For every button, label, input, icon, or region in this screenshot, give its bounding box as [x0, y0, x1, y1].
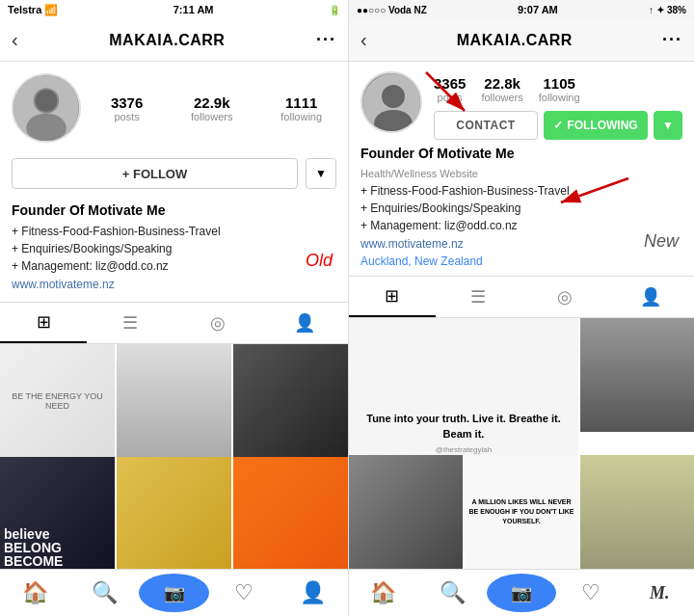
- back-icon[interactable]: ‹: [12, 29, 18, 51]
- right-bottom-profile-m[interactable]: M.: [625, 570, 694, 616]
- grid-cell-2[interactable]: [117, 344, 231, 459]
- bottom-search[interactable]: 🔍: [69, 570, 139, 616]
- right-bottom-heart[interactable]: ♡: [556, 570, 626, 616]
- checkmark-icon: ✓: [553, 119, 563, 132]
- svg-point-2: [26, 114, 67, 143]
- left-carrier: Telstra 📶: [8, 4, 58, 16]
- right-bio-link[interactable]: www.motivateme.nz: [360, 237, 464, 251]
- right-profile-top: 3365 posts 22.8k followers 1105 followin…: [349, 62, 694, 140]
- right-status-bar: ●●○○○ Voda NZ 9:07 AM ↑ ✦ 38%: [349, 0, 694, 19]
- left-stats-row: 3376 posts 22.9k followers 1111 followin…: [96, 94, 336, 122]
- right-photo-grid: Tune into your truth. Live it. Breathe i…: [349, 318, 694, 569]
- grid-cell-4[interactable]: believeBELONGBECOME: [0, 457, 115, 569]
- right-posts-stat[interactable]: 3365 posts: [434, 75, 466, 103]
- right-tab-list[interactable]: ☰: [436, 277, 522, 317]
- left-bio-line2: + Enquiries/Bookings/Speaking: [12, 240, 336, 257]
- right-back-icon[interactable]: ‹: [360, 29, 367, 51]
- new-annotation: New: [644, 231, 679, 252]
- carrier-text: Telstra: [8, 4, 41, 15]
- battery-icon: 🔋: [329, 5, 340, 15]
- left-photo-grid: BE THE ENERGY YOU NEED believeBELONGBECO…: [0, 344, 348, 570]
- right-carrier: ●●○○○ Voda NZ: [357, 5, 427, 15]
- follow-button[interactable]: + FOLLOW: [12, 158, 298, 189]
- bottom-heart[interactable]: ♡: [209, 570, 279, 616]
- right-following-label: following: [539, 92, 580, 103]
- grid-cell-5[interactable]: [117, 457, 231, 569]
- m-icon: M.: [650, 583, 670, 603]
- battery-text: 38%: [667, 5, 686, 15]
- right-bio-line2: + Enquiries/Bookings/Speaking: [360, 200, 682, 217]
- right-followers-value: 22.8k: [484, 75, 520, 92]
- gps-icon: ↑: [649, 5, 654, 15]
- right-action-btn-row: CONTACT ✓ FOLLOWING ▼: [434, 111, 682, 140]
- left-bottom-bar: 🏠 🔍 📷 ♡ 👤: [0, 569, 348, 616]
- right-tab-tagged[interactable]: 👤: [608, 277, 695, 317]
- avatar-image: [13, 75, 79, 141]
- right-bottom-camera[interactable]: 📷: [487, 574, 556, 612]
- right-followers-label: followers: [481, 92, 522, 103]
- bottom-home[interactable]: 🏠: [0, 570, 69, 616]
- contact-button[interactable]: CONTACT: [434, 111, 538, 140]
- left-time: 7:11 AM: [174, 4, 214, 15]
- tab-tagged[interactable]: 👤: [261, 303, 348, 343]
- right-cell-person2[interactable]: [349, 455, 463, 569]
- right-tabs: ⊞ ☰ ◎ 👤: [349, 276, 694, 318]
- left-posts-label: posts: [114, 111, 139, 122]
- grid-cell-1[interactable]: BE THE ENERGY YOU NEED: [0, 344, 115, 459]
- right-bio-name: Founder Of Motivate Me: [360, 144, 682, 164]
- following-button[interactable]: ✓ FOLLOWING: [544, 111, 648, 140]
- right-tab-grid[interactable]: ⊞: [349, 277, 436, 317]
- left-profile-section: 3376 posts 22.9k followers 1111 followin…: [0, 62, 348, 201]
- wifi-icon: 📶: [44, 4, 58, 16]
- right-posts-label: posts: [438, 92, 463, 103]
- right-bio-line1: + Fitness-Food-Fashion-Business-Travel: [360, 182, 682, 200]
- left-bio-link[interactable]: www.motivateme.nz: [12, 278, 115, 291]
- right-bio-subtext: Health/Wellness Website: [360, 166, 682, 182]
- follow-dropdown-button[interactable]: ▼: [306, 158, 336, 189]
- following-dropdown-button[interactable]: ▼: [654, 111, 682, 140]
- right-avatar[interactable]: [360, 71, 422, 133]
- left-bio-line3: + Management: liz@odd.co.nz: [12, 257, 336, 275]
- bluetooth-icon: ✦: [656, 5, 664, 15]
- right-panel: ●●○○○ Voda NZ 9:07 AM ↑ ✦ 38% ‹ MAKAIA.C…: [349, 0, 694, 616]
- left-bio: Founder Of Motivate Me + Fitness-Food-Fa…: [0, 201, 348, 302]
- right-avatar-image: [362, 73, 422, 133]
- left-following-stat[interactable]: 1111 following: [280, 94, 322, 122]
- right-posts-value: 3365: [434, 75, 466, 92]
- grid-cell-6[interactable]: [233, 457, 348, 569]
- right-cell-person1[interactable]: [580, 318, 694, 432]
- right-stats-col: 3365 posts 22.8k followers 1105 followin…: [434, 71, 682, 140]
- more-icon[interactable]: ···: [316, 30, 336, 50]
- tab-grid[interactable]: ⊞: [0, 303, 87, 343]
- tab-location[interactable]: ◎: [174, 303, 261, 343]
- right-more-icon[interactable]: ···: [662, 30, 682, 50]
- right-bottom-search[interactable]: 🔍: [418, 570, 488, 616]
- left-status-bar: Telstra 📶 7:11 AM 🔋: [0, 0, 348, 19]
- right-bio-location: Auckland, New Zealand: [360, 253, 682, 270]
- bottom-profile[interactable]: 👤: [279, 570, 348, 616]
- right-cell-person3[interactable]: [580, 455, 694, 569]
- right-cell-quote2[interactable]: A MILLION LIKES WILL NEVER BE ENOUGH IF …: [465, 455, 578, 569]
- right-following-stat[interactable]: 1105 following: [539, 75, 580, 103]
- left-panel: Telstra 📶 7:11 AM 🔋 ‹ MAKAIA.CARR ···: [0, 0, 349, 616]
- quote2-text: A MILLION LIKES WILL NEVER BE ENOUGH IF …: [468, 497, 574, 525]
- grid-cell-3[interactable]: [233, 344, 348, 459]
- right-bottom-home[interactable]: 🏠: [349, 570, 418, 616]
- old-annotation: Old: [306, 251, 333, 271]
- left-avatar[interactable]: [12, 73, 81, 143]
- left-profile-top: 3376 posts 22.9k followers 1111 followin…: [12, 73, 336, 143]
- left-posts-stat[interactable]: 3376 posts: [111, 94, 143, 122]
- right-stats-row: 3365 posts 22.8k followers 1105 followin…: [434, 71, 682, 103]
- quote1-text: Tune into your truth. Live it. Breathe i…: [357, 412, 571, 442]
- right-username: MAKAIA.CARR: [457, 32, 573, 49]
- left-follow-btn-row: + FOLLOW ▼: [12, 158, 336, 189]
- tab-list[interactable]: ☰: [87, 303, 174, 343]
- left-followers-stat[interactable]: 22.9k followers: [191, 94, 232, 122]
- left-followers-value: 22.9k: [194, 94, 230, 111]
- right-tab-location[interactable]: ◎: [521, 277, 608, 317]
- bottom-camera[interactable]: 📷: [139, 574, 208, 612]
- right-followers-stat[interactable]: 22.8k followers: [481, 75, 522, 103]
- left-battery: 🔋: [329, 5, 340, 15]
- left-nav-bar: ‹ MAKAIA.CARR ···: [0, 19, 348, 62]
- right-nav-bar: ‹ MAKAIA.CARR ···: [349, 19, 694, 62]
